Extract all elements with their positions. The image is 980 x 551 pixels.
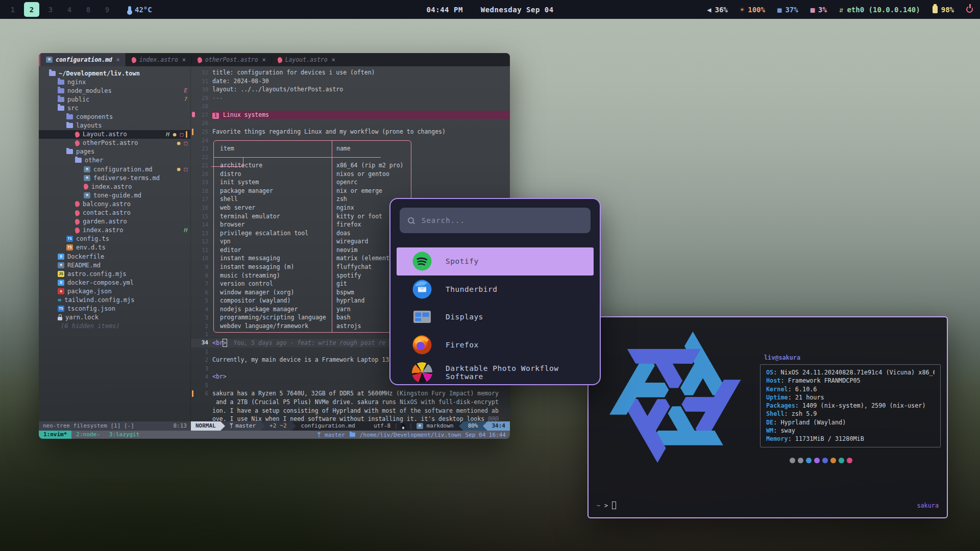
tree-item[interactable]: Mfediverse-terms.md [39,173,190,182]
tab-index.astro[interactable]: index.astro× [126,53,191,66]
launcher-item-Spotify[interactable]: Spotify [397,247,594,276]
buffer-line[interactable]: 28 [191,102,510,111]
tree-item-label: other [85,157,103,164]
tab-Layout.astro[interactable]: Layout.astro× [272,53,341,66]
tmux-window-3[interactable]: 3:lazygit [105,431,144,439]
tab-otherPost.astro[interactable]: otherPost.astro× [192,53,272,66]
tree-item-label: index.astro [91,183,132,190]
git-status-badge: □ [184,140,187,146]
fetch-info-row: DE: Hyprland (Wayland) [766,418,935,427]
tree-item[interactable]: balcony.astro [39,199,190,208]
tab-label: otherPost.astro [205,56,258,63]
tree-item[interactable]: (6 hidden items) [39,322,190,331]
padlock-icon [58,317,62,320]
astro-flame-icon [197,56,203,63]
tree-item[interactable]: Mtone-guide.md [39,191,190,199]
tree-item[interactable]: DDockerfile [39,252,190,261]
tree-item-label: Dockerfile [67,253,104,260]
neo-tree-panel[interactable]: ~/Development/liv.townnginxnode_modulesE… [39,66,191,421]
line-number: 7 [191,280,208,288]
tree-item[interactable]: src [39,104,190,112]
tab-close-icon[interactable]: × [262,56,266,63]
folder-icon [350,433,355,437]
tree-item[interactable]: contact.astro [39,209,190,217]
tmux-window-2[interactable]: 2:node- [71,431,104,439]
buffer-line[interactable]: 32title: configuration for devices i use… [191,68,510,77]
search-input[interactable] [421,216,582,225]
buffer-line[interactable]: 29--- [191,94,510,103]
buffer-line[interactable]: 21architecturex86_64 (rip m2 pro) [191,161,510,170]
tree-item[interactable]: public? [39,95,190,104]
tree-item[interactable]: index.astroH [39,226,190,235]
table-cell-name: hyprland [336,296,364,305]
buffer-line[interactable]: 18package managernix or emerge [191,187,510,195]
tab-close-icon[interactable]: × [182,56,186,63]
neotree-statusline: neo-tree filesystem [1] [-] 8:13 [39,421,191,431]
tree-item[interactable]: Layout.astroH●□ [39,130,190,139]
tree-item[interactable]: garden.astro [39,217,190,226]
tree-item[interactable]: otherPost.astro●□ [39,139,190,147]
tree-item-label: contact.astro [83,209,131,216]
launcher-item-Firefox[interactable]: Firefox [397,331,594,359]
tree-item[interactable]: ~/Development/liv.town [39,69,190,78]
power-button-icon[interactable] [966,6,973,13]
buffer-line[interactable]: 30layout: ../../layouts/otherPost.astro [191,85,510,94]
buffer-line[interactable]: ove. I use Nix when I need software with… [191,415,510,423]
typescript-env-icon: TS [66,244,73,251]
tree-item[interactable]: TStsconfig.json [39,305,190,313]
table-cell-name: nix or emerge [336,187,382,195]
astro-flame-icon [75,201,81,207]
table-cell-item: terminal emulator [220,212,280,221]
table-cell-item: compositor (wayland) [220,296,290,305]
tree-item[interactable]: nginx [39,78,190,86]
launcher-search[interactable] [400,208,591,233]
tree-item[interactable]: components [39,112,190,121]
fetch-terminal-window[interactable]: liv@sakura OS: NixOS 24.11.20240828.71e9… [587,316,948,518]
tab-configuration.md[interactable]: Mconfiguration.md× [40,53,126,66]
app-launcher[interactable]: SpotifyThunderbirdDisplaysFirefoxDarktab… [389,198,601,385]
table-cell-item: webdev language/framework [220,322,308,331]
tab-label: index.astro [139,56,178,63]
buffer-line[interactable]: 25Favorite things regarding Linux and my… [191,128,510,136]
tree-item[interactable]: other [39,156,190,165]
tree-item[interactable]: node_modulesE [39,86,190,95]
buffer-line[interactable]: 6sakura has a Ryzen 5 7640U, 32GB of DDR… [191,389,510,398]
line-number: 16 [191,204,208,212]
tree-item[interactable]: Mconfiguration.md●□ [39,165,190,173]
buffer-line[interactable]: 20distronixos or gentoo [191,170,510,179]
buffer-line[interactable]: and a 2TB (Crucial P5 Plus) NVMe drive. … [191,398,510,407]
buffer-line[interactable]: 271Linux systems [191,111,510,119]
tab-close-icon[interactable]: × [332,56,335,63]
buffer-line[interactable]: 19init systemopenrc [191,178,510,187]
tree-item[interactable]: ≈tailwind.config.mjs [39,295,190,304]
table-cell-name: astrojs [336,322,361,331]
line-number: 4 [191,372,208,381]
tmux-window-1[interactable]: 1:nvim* [39,431,71,439]
tree-item[interactable]: npackage.json [39,287,190,295]
buffer-line[interactable]: 22 [191,153,510,162]
tree-item[interactable]: TSconfig.ts [39,235,190,243]
tree-item[interactable]: JSastro.config.mjs [39,269,190,278]
palette-dot [822,458,828,463]
tree-item[interactable]: MREADME.md [39,261,190,269]
buffer-line[interactable]: 24 [191,136,510,145]
tree-item[interactable]: layouts [39,121,190,130]
tree-item[interactable]: Ddocker-compose.yml [39,278,190,287]
tree-item[interactable]: yarn.lock [39,313,190,322]
tree-item[interactable]: pages [39,147,190,156]
launcher-item-Thunderbird[interactable]: Thunderbird [397,276,594,304]
buffer-line[interactable]: 26 [191,119,510,128]
shell-prompt[interactable]: ~ > [597,502,616,509]
heading-text: Linux systems [223,111,269,118]
buffer-line[interactable]: ion. I have a setup consisting of Hyprla… [191,407,510,415]
tab-close-icon[interactable]: × [116,56,120,63]
table-cell-item: privilege escalation tool [220,229,308,238]
launcher-item-Darktable Photo Workflow Software[interactable]: Darktable Photo Workflow Software [397,359,594,385]
tree-item[interactable]: TSenv.d.ts [39,243,190,252]
buffer-line[interactable]: 23itemname [191,144,510,153]
line-number: 25 [191,128,208,136]
line-number: 5 [191,381,208,390]
buffer-line[interactable]: 31date: 2024-08-30 [191,77,510,86]
tree-item[interactable]: index.astro [39,182,190,191]
launcher-item-Displays[interactable]: Displays [397,303,594,331]
